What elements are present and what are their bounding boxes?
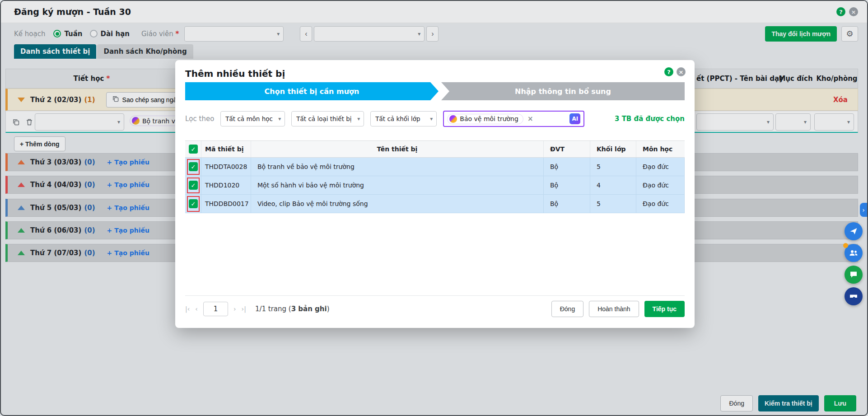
annotation-highlight — [187, 159, 200, 175]
grade-filter-select[interactable]: Tất cả khối lớp▾ — [370, 111, 437, 126]
device-code: THDDBD0017 — [201, 195, 251, 213]
floating-action-buttons — [845, 222, 863, 305]
modal-close-icon[interactable]: × — [677, 67, 686, 76]
keyword-tag: Bảo vệ môi trường — [447, 114, 523, 124]
pagination: |‹ ‹ › ›| 1/1 trang (3 bản ghi) — [185, 302, 330, 316]
header-checkbox-cell — [185, 141, 201, 157]
chevron-down-icon: ▾ — [357, 116, 360, 122]
column-code: Mã thiết bị — [201, 141, 251, 157]
filter-label: Lọc theo — [185, 115, 214, 123]
ai-badge[interactable]: AI — [569, 113, 580, 124]
modal-help-icon[interactable]: ? — [664, 67, 673, 76]
select-all-checkbox[interactable] — [189, 145, 198, 154]
first-page-icon[interactable]: |‹ — [185, 305, 190, 313]
row-checkbox-cell — [185, 158, 201, 176]
modal-continue-button[interactable]: Tiếp tục — [644, 301, 685, 317]
device-unit: Bộ — [544, 158, 590, 176]
device-grade: 5 — [590, 158, 636, 176]
paper-plane-icon[interactable] — [845, 222, 863, 240]
device-name: Một số hành vi bảo vệ môi trường — [251, 176, 544, 194]
page-info: 1/1 trang (3 bản ghi) — [255, 305, 330, 313]
device-subject: Đạo đức — [636, 176, 685, 194]
filter-row: Lọc theo Tất cả môn học▾ Tất cả loại thi… — [185, 111, 685, 127]
device-table-header: Mã thiết bị Tên thiết bị ĐVT Khối lớp Mô… — [185, 140, 685, 158]
selected-count-text: 3 TB đã được chọn — [615, 115, 685, 123]
column-name: Tên thiết bị — [251, 141, 544, 157]
row-checkbox-cell — [185, 176, 201, 194]
subject-filter-select[interactable]: Tất cả môn học▾ — [220, 111, 285, 126]
add-devices-modal: Thêm nhiều thiết bị ? × Chọn thiết bị cầ… — [175, 60, 695, 328]
step-select-devices[interactable]: Chọn thiết bị cần mượn — [185, 82, 439, 100]
vr-goggles-icon[interactable] — [845, 287, 863, 305]
users-icon[interactable] — [845, 244, 863, 262]
row-checkbox-cell — [185, 195, 201, 213]
device-name: Bộ tranh về bảo vệ môi trường — [251, 158, 544, 176]
device-name: Video, clip Bảo vệ môi trường sống — [251, 195, 544, 213]
last-page-icon[interactable]: ›| — [242, 305, 246, 313]
device-unit: Bộ — [544, 195, 590, 213]
device-table: Mã thiết bị Tên thiết bị ĐVT Khối lớp Mô… — [185, 140, 685, 213]
row-checkbox[interactable] — [189, 181, 198, 190]
annotation-highlight — [187, 178, 200, 193]
keyword-tag-label: Bảo vệ môi trường — [460, 115, 518, 122]
chat-icon[interactable] — [845, 266, 863, 284]
modal-close-button[interactable]: Đóng — [551, 301, 583, 317]
device-code: THDD1020 — [201, 176, 251, 194]
row-checkbox[interactable] — [189, 162, 198, 171]
next-page-icon[interactable]: › — [233, 305, 236, 313]
column-subject: Môn học — [636, 141, 685, 157]
device-subject: Đạo đức — [636, 195, 685, 213]
modal-footer: |‹ ‹ › ›| 1/1 trang (3 bản ghi) Đóng Hoà… — [185, 295, 685, 322]
column-grade: Khối lớp — [590, 141, 636, 157]
device-grade: 4 — [590, 176, 636, 194]
device-unit: Bộ — [544, 176, 590, 194]
app-window: Đăng ký mượn - Tuần 30 ? × Kế hoạch Tuần… — [0, 0, 868, 416]
row-checkbox[interactable] — [189, 199, 198, 208]
table-row[interactable]: THDD1020 Một số hành vi bảo vệ môi trườn… — [185, 176, 685, 195]
side-panel-expand-tab[interactable]: › — [860, 203, 867, 217]
annotation-highlight — [187, 196, 200, 212]
chevron-down-icon: ▾ — [278, 116, 281, 122]
modal-icons: ? × — [664, 67, 686, 76]
device-grade: 5 — [590, 195, 636, 213]
table-row[interactable]: THDDTA0028 Bộ tranh về bảo vệ môi trường… — [185, 158, 685, 176]
step-extra-info[interactable]: Nhập thông tin bổ sung — [441, 82, 685, 100]
column-unit: ĐVT — [544, 141, 590, 157]
device-subject: Đạo đức — [636, 158, 685, 176]
modal-title: Thêm nhiều thiết bị — [185, 68, 285, 79]
modal-footer-buttons: Đóng Hoàn thành Tiếp tục — [551, 301, 685, 317]
notification-dot — [843, 243, 848, 248]
chevron-down-icon: ▾ — [430, 116, 433, 122]
wizard-steps: Chọn thiết bị cần mượn Nhập thông tin bổ… — [185, 82, 685, 100]
prev-page-icon[interactable]: ‹ — [195, 305, 198, 313]
page-number-input[interactable] — [203, 302, 228, 316]
device-type-filter-select[interactable]: Tất cả loại thiết bị▾ — [291, 111, 364, 126]
modal-finish-button[interactable]: Hoàn thành — [589, 301, 639, 317]
clear-keyword-icon[interactable]: × — [527, 115, 533, 123]
keyword-tag-icon — [449, 115, 457, 123]
device-code: THDDTA0028 — [201, 158, 251, 176]
table-row[interactable]: THDDBD0017 Video, clip Bảo vệ môi trường… — [185, 195, 685, 213]
keyword-filter-select[interactable]: Bảo vệ môi trường × AI — [443, 111, 584, 127]
